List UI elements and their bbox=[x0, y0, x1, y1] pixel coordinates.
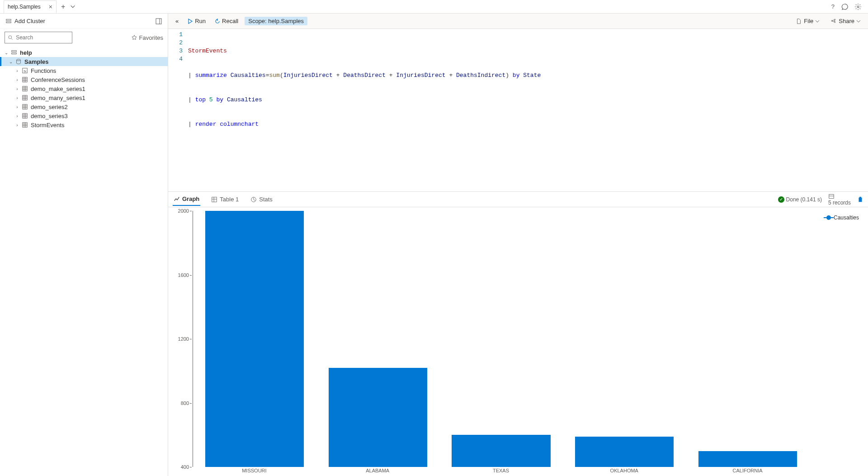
tab-help-samples[interactable]: help.Samples × bbox=[4, 0, 57, 13]
table-icon bbox=[211, 196, 217, 203]
chevron-down-icon bbox=[815, 19, 820, 24]
recall-button[interactable]: Recall bbox=[212, 17, 241, 25]
panel-toggle-icon[interactable] bbox=[155, 18, 162, 25]
svg-point-43 bbox=[835, 21, 836, 23]
help-icon[interactable]: ? bbox=[831, 3, 835, 10]
file-button[interactable]: File bbox=[793, 17, 822, 25]
query-editor[interactable]: 1 2 3 4 StormEvents | summarize Causalti… bbox=[168, 29, 868, 192]
add-cluster-button[interactable]: Add Cluster bbox=[5, 18, 45, 24]
functions-icon: fx bbox=[22, 67, 29, 74]
tree-label: StormEvents bbox=[31, 122, 64, 129]
line-gutter: 1 2 3 4 bbox=[168, 29, 186, 191]
chart-legend: Causalties bbox=[826, 214, 859, 221]
chevron-right-icon: › bbox=[14, 123, 20, 128]
svg-rect-49 bbox=[829, 194, 834, 198]
favorites-button[interactable]: Favorites bbox=[131, 34, 163, 41]
collapse-button[interactable]: « bbox=[173, 17, 181, 25]
y-axis: 400800120016002000 bbox=[173, 211, 191, 467]
svg-rect-22 bbox=[23, 95, 28, 100]
bar-alabama[interactable] bbox=[316, 211, 440, 467]
check-icon: ✓ bbox=[778, 196, 784, 203]
search-input[interactable] bbox=[5, 32, 72, 43]
legend-swatch bbox=[826, 215, 831, 220]
status-text: Done (0.141 s) bbox=[786, 196, 822, 203]
tab-label: Stats bbox=[259, 196, 273, 203]
tree-label: Functions bbox=[31, 67, 56, 74]
svg-line-6 bbox=[11, 38, 12, 39]
tree-node-help[interactable]: ⌄ help bbox=[0, 48, 168, 57]
play-icon bbox=[188, 19, 193, 24]
svg-rect-51 bbox=[859, 197, 862, 202]
chart-icon bbox=[174, 196, 180, 202]
svg-point-9 bbox=[17, 59, 21, 61]
svg-point-0 bbox=[857, 6, 859, 8]
file-label: File bbox=[804, 18, 813, 24]
svg-rect-1 bbox=[6, 19, 11, 20]
results-tabs: Graph Table 1 Stats ✓ Done (0.141 s) 5 r… bbox=[168, 192, 868, 207]
svg-rect-3 bbox=[156, 19, 161, 24]
x-axis-labels: MISSOURIALABAMATEXASOKLAHOMACALIFORNIA bbox=[193, 468, 809, 476]
new-tab-button[interactable]: + bbox=[61, 3, 65, 11]
table-icon bbox=[22, 122, 29, 128]
table-icon bbox=[22, 76, 29, 83]
record-count: 5 records bbox=[828, 193, 851, 206]
query-toolbar: « Run Recall Scope: help.Samples File Sh… bbox=[168, 14, 868, 29]
feedback-icon[interactable] bbox=[841, 3, 848, 10]
svg-rect-12 bbox=[23, 77, 28, 82]
tree-node-table[interactable]: › StormEvents bbox=[0, 120, 168, 129]
search-field[interactable] bbox=[16, 34, 69, 41]
svg-point-5 bbox=[9, 36, 12, 39]
code-area[interactable]: StormEvents | summarize Causalties=sum(I… bbox=[186, 29, 868, 191]
tab-dropdown-icon[interactable] bbox=[70, 4, 76, 10]
stats-icon bbox=[250, 196, 257, 203]
settings-icon[interactable] bbox=[854, 3, 862, 10]
connection-tree: ⌄ help ⌄ Samples › fx Functions bbox=[0, 46, 168, 131]
tree-node-table[interactable]: › demo_series3 bbox=[0, 111, 168, 120]
table-icon bbox=[22, 86, 29, 92]
chevron-right-icon: › bbox=[14, 114, 20, 119]
search-icon bbox=[8, 34, 13, 41]
records-icon bbox=[828, 193, 835, 200]
bar-california[interactable] bbox=[686, 211, 809, 467]
tree-node-samples[interactable]: ⌄ Samples bbox=[0, 57, 168, 66]
tree-node-table[interactable]: › demo_make_series1 bbox=[0, 84, 168, 93]
bar-missouri[interactable] bbox=[193, 211, 316, 467]
scope-badge[interactable]: Scope: help.Samples bbox=[245, 17, 307, 25]
tab-graph[interactable]: Graph bbox=[173, 193, 200, 206]
tab-table[interactable]: Table 1 bbox=[210, 193, 240, 205]
tree-node-table[interactable]: › ConferenceSessions bbox=[0, 75, 168, 84]
run-button[interactable]: Run bbox=[185, 17, 208, 25]
x-label: OKLAHOMA bbox=[562, 468, 686, 476]
share-button[interactable]: Share bbox=[828, 17, 863, 25]
sidebar: Add Cluster Favorites ⌄ help bbox=[0, 14, 168, 476]
chevron-right-icon: › bbox=[14, 86, 20, 91]
plot-area bbox=[193, 211, 809, 467]
svg-rect-17 bbox=[23, 86, 28, 91]
tab-label: Graph bbox=[182, 195, 199, 202]
tree-label: demo_series3 bbox=[31, 113, 68, 119]
tree-node-functions[interactable]: › fx Functions bbox=[0, 66, 168, 75]
svg-rect-8 bbox=[12, 53, 17, 54]
tree-node-table[interactable]: › demo_series2 bbox=[0, 102, 168, 111]
tab-stats[interactable]: Stats bbox=[250, 193, 274, 205]
close-icon[interactable]: × bbox=[49, 3, 52, 10]
svg-rect-52 bbox=[859, 196, 861, 198]
clipboard-icon[interactable] bbox=[857, 196, 863, 203]
x-label: TEXAS bbox=[439, 468, 563, 476]
recall-label: Recall bbox=[222, 18, 238, 24]
file-icon bbox=[796, 18, 802, 24]
cluster-icon bbox=[11, 49, 18, 56]
chevron-right-icon: › bbox=[14, 77, 20, 82]
table-icon bbox=[22, 113, 29, 119]
bar-texas[interactable] bbox=[439, 211, 563, 467]
tree-node-table[interactable]: › demo_many_series1 bbox=[0, 93, 168, 102]
chevron-down-icon bbox=[856, 19, 861, 24]
database-icon bbox=[15, 58, 23, 65]
top-right-icons: ? bbox=[831, 3, 868, 10]
tab-label: Table 1 bbox=[220, 196, 239, 203]
chevron-right-icon: › bbox=[14, 105, 20, 109]
bar-oklahoma[interactable] bbox=[563, 211, 686, 467]
status-badge: ✓ Done (0.141 s) bbox=[778, 196, 822, 203]
svg-point-42 bbox=[835, 19, 836, 20]
chevron-right-icon: › bbox=[14, 68, 20, 73]
